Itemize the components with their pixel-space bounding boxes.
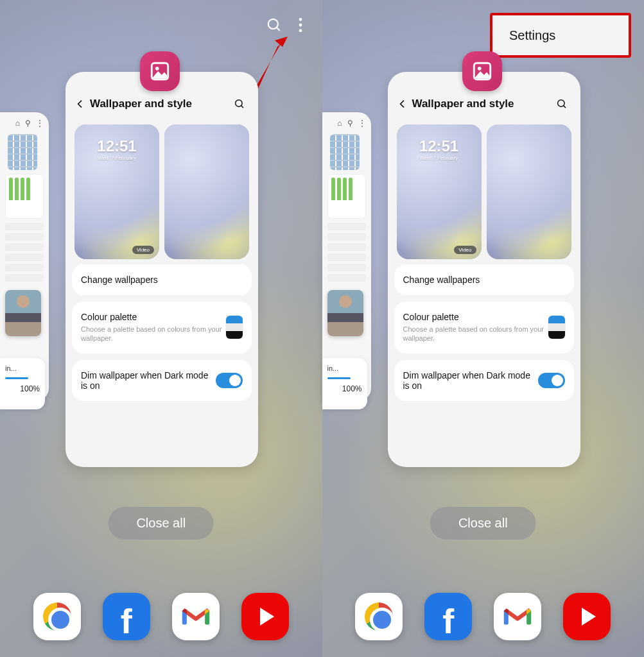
- card-header: Wallpaper and style: [65, 92, 258, 115]
- wallpaper-previews: 12:51 Wed, 7 February Video: [388, 115, 580, 264]
- side-row: [5, 233, 44, 241]
- download-progress-bar: [327, 377, 351, 379]
- row-title: Change wallpapers: [403, 275, 565, 285]
- side-row: [327, 233, 366, 241]
- side-photo-thumb: [5, 290, 41, 336]
- side-row: [327, 264, 366, 271]
- svg-point-2: [299, 18, 302, 21]
- download-label: in...: [327, 364, 362, 372]
- lock-time: 12:51: [74, 137, 159, 155]
- side-widget: [5, 174, 44, 219]
- dim-toggle[interactable]: [538, 373, 565, 388]
- svg-point-3: [299, 24, 302, 27]
- wallpaper-app-icon[interactable]: [140, 51, 180, 91]
- settings-list: Change wallpapers Colour palette Choose …: [65, 264, 258, 401]
- side-row: [5, 253, 44, 261]
- lockscreen-preview[interactable]: 12:51 Wed, 7 February Video: [397, 124, 482, 259]
- dock-youtube-icon[interactable]: [241, 593, 289, 640]
- lock-time: 12:51: [397, 137, 482, 155]
- card-title: Wallpaper and style: [412, 98, 553, 110]
- side-mini-toolbar: ⌂⚲⋮: [0, 119, 49, 132]
- row-title: Change wallpapers: [81, 275, 243, 285]
- video-badge: Video: [454, 246, 476, 254]
- dock: f: [0, 593, 322, 640]
- row-change-wallpapers[interactable]: Change wallpapers: [394, 264, 574, 295]
- svg-point-4: [299, 29, 302, 32]
- side-row: [5, 274, 44, 282]
- download-progress-bar: [5, 377, 28, 379]
- row-dim-wallpaper[interactable]: Dim wallpaper when Dark mode is on: [394, 360, 574, 401]
- dock-gmail-icon[interactable]: [494, 593, 541, 640]
- dock-facebook-icon[interactable]: f: [103, 593, 150, 640]
- wallpaper-app-icon[interactable]: [462, 51, 502, 91]
- search-icon[interactable]: [266, 17, 283, 33]
- side-row: [5, 264, 44, 271]
- dock-gmail-icon[interactable]: [172, 593, 220, 640]
- back-icon[interactable]: [394, 99, 411, 109]
- recents-card-wallpaper[interactable]: Wallpaper and style 12:51 Wed, 7 Februar…: [388, 72, 580, 467]
- dock-youtube-icon[interactable]: [563, 593, 611, 640]
- side-home-thumb: [330, 134, 360, 170]
- row-colour-palette[interactable]: Colour palette Choose a palette based on…: [72, 302, 252, 354]
- download-toast[interactable]: in... 100%: [322, 358, 367, 409]
- download-percent: 100%: [5, 384, 40, 393]
- card-search-icon[interactable]: [231, 98, 248, 110]
- row-colour-palette[interactable]: Colour palette Choose a palette based on…: [394, 302, 574, 354]
- download-toast[interactable]: in... 100%: [0, 358, 45, 409]
- dock-chrome-icon[interactable]: [355, 593, 403, 640]
- close-all-button[interactable]: Close all: [430, 507, 536, 540]
- side-row: [5, 223, 44, 230]
- dock-chrome-icon[interactable]: [33, 593, 81, 640]
- svg-marker-5: [275, 37, 288, 47]
- palette-swatch-icon: [226, 316, 243, 339]
- side-row: [327, 253, 366, 261]
- homescreen-preview[interactable]: [164, 124, 249, 259]
- row-title: Dim wallpaper when Dark mode is on: [81, 370, 216, 391]
- dim-toggle[interactable]: [216, 373, 243, 388]
- dock: f: [322, 593, 645, 640]
- side-home-thumb: [8, 134, 37, 170]
- row-title: Colour palette: [403, 312, 548, 322]
- side-row: [327, 223, 366, 230]
- side-widget: [327, 174, 366, 219]
- lock-date: Wed, 7 February: [74, 155, 159, 161]
- back-icon[interactable]: [72, 99, 89, 109]
- settings-label: Settings: [509, 28, 555, 43]
- svg-point-15: [557, 100, 564, 107]
- svg-point-14: [477, 67, 481, 71]
- download-label: in...: [5, 364, 40, 372]
- svg-point-8: [155, 67, 159, 71]
- wallpaper-previews: 12:51 Wed, 7 February Video: [65, 115, 258, 264]
- svg-line-10: [241, 106, 243, 108]
- row-subtitle: Choose a palette based on colours from y…: [403, 325, 548, 343]
- row-change-wallpapers[interactable]: Change wallpapers: [72, 264, 252, 295]
- svg-point-9: [236, 100, 243, 107]
- row-dim-wallpaper[interactable]: Dim wallpaper when Dark mode is on: [72, 360, 252, 401]
- side-photo-thumb: [327, 290, 363, 336]
- homescreen-preview[interactable]: [487, 124, 571, 259]
- video-badge: Video: [132, 246, 154, 254]
- side-row: [327, 243, 366, 251]
- dock-facebook-icon[interactable]: f: [424, 593, 472, 640]
- row-subtitle: Choose a palette based on colours from y…: [81, 325, 226, 343]
- side-row: [327, 274, 366, 282]
- svg-line-16: [563, 106, 565, 108]
- more-options-icon[interactable]: [298, 17, 303, 33]
- settings-menu-item[interactable]: Settings: [490, 13, 631, 58]
- lockscreen-preview[interactable]: 12:51 Wed, 7 February Video: [74, 124, 159, 259]
- palette-swatch-icon: [548, 316, 565, 339]
- card-title: Wallpaper and style: [90, 98, 231, 110]
- card-search-icon[interactable]: [553, 98, 570, 110]
- svg-line-1: [276, 28, 279, 31]
- lock-date: Wed, 7 February: [397, 155, 482, 161]
- recents-screen-left: ⌂⚲⋮ in... 100% Wallpaper and style 12: [0, 0, 322, 657]
- close-all-button[interactable]: Close all: [108, 507, 214, 540]
- recents-card-wallpaper[interactable]: Wallpaper and style 12:51 Wed, 7 Februar…: [65, 72, 258, 467]
- side-mini-toolbar: ⌂⚲⋮: [322, 119, 371, 132]
- row-title: Dim wallpaper when Dark mode is on: [403, 370, 538, 391]
- settings-list: Change wallpapers Colour palette Choose …: [388, 264, 580, 401]
- download-percent: 100%: [327, 384, 362, 393]
- recents-screen-right: Settings ⌂⚲⋮ in... 100% Wallpaper and st…: [322, 0, 645, 657]
- row-title: Colour palette: [81, 312, 226, 322]
- svg-point-0: [268, 19, 277, 29]
